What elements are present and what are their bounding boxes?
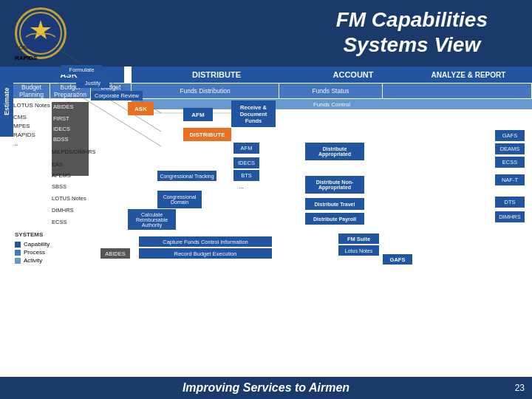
milpds-label: MILPDS/DIMHRS xyxy=(52,149,96,155)
distribute-payroll-box: Distribute Payroll xyxy=(305,213,364,225)
ask-box: ASK xyxy=(128,102,154,115)
activity-legend-label: Activity xyxy=(24,257,42,264)
distribute-non-appropriated-box: Distribute Non-Appropriated xyxy=(305,176,364,194)
gafs2-box: GAFS xyxy=(383,254,412,265)
dts-box: DTS xyxy=(495,197,525,208)
mpes-label: MPES xyxy=(13,123,30,129)
legend: Capability Process Activity xyxy=(15,241,50,375)
bts-box: BTS xyxy=(233,170,259,181)
pom-label: POM xyxy=(15,44,28,51)
ecss-left-label: ECSS xyxy=(52,219,66,225)
capability-legend-label: Capability xyxy=(24,241,50,248)
process-legend-label: Process xyxy=(24,249,45,256)
process-legend-box xyxy=(15,250,21,256)
page-number: 23 xyxy=(515,383,525,393)
distribute-appropriated-box: Distribute Appropriated xyxy=(305,143,364,160)
idecs-label: IDECS xyxy=(53,126,70,132)
sbss-label: SBSS xyxy=(52,183,66,190)
dimhrs2-box: DIMHRS xyxy=(495,211,525,222)
footer-title: Improving Services to Airmen xyxy=(183,381,349,395)
congressional-domain-box: Congressional Domain xyxy=(157,191,202,208)
lotus-left-label: LOTUS Notes xyxy=(52,195,86,202)
first-label: FIRST xyxy=(53,115,69,122)
lotus-notes-label: LOTUS Notes xyxy=(13,102,50,109)
distribute-travel-box: Distribute Travel xyxy=(305,198,364,210)
formulate-box: Formulate xyxy=(61,65,102,75)
record-budget-box: Record Budget Execution xyxy=(139,248,272,259)
bdss-label: BDSS xyxy=(53,136,68,143)
capture-funds-box: Capture Funds Control Information xyxy=(139,236,272,247)
systems-label: SYSTEMS xyxy=(15,231,43,238)
deams-box: DEAMS xyxy=(495,143,525,154)
gafs-box: GAFS xyxy=(495,130,525,141)
cms-label: CMS xyxy=(13,114,27,120)
naf-t-box: NAF-T xyxy=(495,174,525,185)
calculate-reimbursable-box: Calculate Reimbursable Authority xyxy=(128,209,176,230)
rapids-label: RAPIDS xyxy=(15,55,37,61)
eas-label: EAS xyxy=(52,161,63,168)
dimhrs-left-label: DIMHRS xyxy=(52,207,74,214)
corporate-review-box: Corporate Review xyxy=(91,91,143,100)
ellipsis2: ... xyxy=(239,183,244,190)
content-area: POM RAPIDS Formulate Justify Corporate R… xyxy=(13,43,532,399)
justify-box: Justify xyxy=(76,78,109,88)
estimate-label: Estimate xyxy=(0,66,13,137)
bottom-bar: Improving Services to Airmen 23 xyxy=(0,377,532,399)
distribute-box: DISTRIBUTE xyxy=(183,128,231,141)
congressional-tracking-box: Congressional Tracking xyxy=(157,171,216,181)
rapids-left-label: RAPIDS xyxy=(13,132,35,138)
activity-legend-box xyxy=(15,258,21,264)
fm-suite-box: FM Suite xyxy=(338,233,379,244)
receive-funds-box: Receive & Document Funds xyxy=(231,100,276,127)
afems-label: AFEMS xyxy=(52,172,71,179)
idecs2-box: IDECS xyxy=(233,157,259,168)
afm-box: AFM xyxy=(183,108,213,121)
lotus-notes2-box: Lotus Notes xyxy=(338,245,379,256)
afm2-box: AFM xyxy=(233,143,259,154)
capability-legend-box xyxy=(15,242,21,248)
abides2-box: ABIDES xyxy=(100,248,130,259)
ellipsis-label: ... xyxy=(13,140,18,147)
ecss2-box: ECSS xyxy=(495,157,525,168)
